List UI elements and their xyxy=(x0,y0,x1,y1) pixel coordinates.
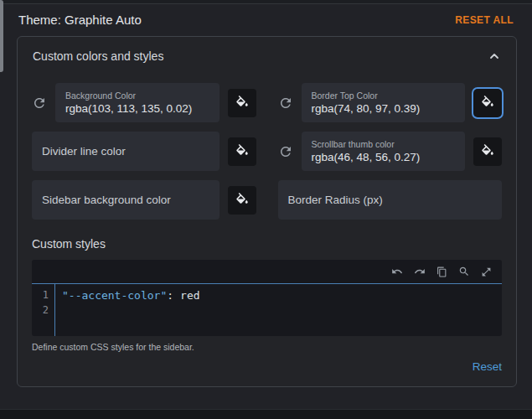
paint-bucket-icon xyxy=(480,144,495,159)
undo-button[interactable] xyxy=(391,266,403,277)
copy-button[interactable] xyxy=(436,266,447,277)
border-top-color-input[interactable]: Border Top Color rgba(74, 80, 97, 0.39) xyxy=(302,83,466,122)
field-group-divider-line-color: Divider line color xyxy=(32,132,256,171)
field-value: rgba(46, 48, 56, 0.27) xyxy=(312,150,456,164)
refresh-icon xyxy=(278,96,293,111)
field-label: Sidebar background color xyxy=(42,194,209,206)
divider-line-color-picker-button[interactable] xyxy=(228,137,256,166)
field-label: Border Radius (px) xyxy=(288,194,493,206)
refresh-scrollbar-thumb-color-button[interactable] xyxy=(278,144,293,159)
panel-body: Background Color rgba(103, 113, 135, 0.0… xyxy=(18,75,516,386)
chevron-up-icon xyxy=(488,49,501,63)
undo-icon xyxy=(391,266,403,277)
redo-button[interactable] xyxy=(414,266,426,277)
field-group-border-top-color: Border Top Color rgba(74, 80, 97, 0.39) xyxy=(278,83,503,122)
field-row: Divider line color Scrollbar thumb color… xyxy=(32,132,502,171)
field-value: rgba(74, 80, 97, 0.39) xyxy=(312,101,456,116)
code-token-value: red xyxy=(173,289,199,302)
line-number: 2 xyxy=(32,303,49,318)
field-label: Background Color xyxy=(65,90,209,101)
editor-toolbar xyxy=(32,260,502,283)
sidebar-background-color-input[interactable]: Sidebar background color xyxy=(32,180,220,220)
line-number-gutter: 1 2 xyxy=(32,284,54,336)
reset-all-button[interactable]: RESET ALL xyxy=(455,14,514,26)
paint-bucket-icon xyxy=(480,96,495,111)
field-group-background-color: Background Color rgba(103, 113, 135, 0.0… xyxy=(32,83,256,122)
field-group-sidebar-background-color: Sidebar background color xyxy=(32,180,256,220)
field-row: Sidebar background color Border Radius (… xyxy=(32,180,502,220)
code-line xyxy=(62,303,502,318)
refresh-border-top-color-button[interactable] xyxy=(278,96,293,111)
scrollbar-thumb-color-picker-button[interactable] xyxy=(473,137,502,166)
code-line: "--accent-color":red xyxy=(62,288,502,303)
search-button[interactable] xyxy=(458,266,470,277)
field-row: Background Color rgba(103, 113, 135, 0.0… xyxy=(32,83,502,122)
redo-icon xyxy=(414,266,426,277)
code-token-colon: : xyxy=(167,289,173,302)
border-top-color-picker-button[interactable] xyxy=(473,89,502,117)
paint-bucket-icon xyxy=(235,144,250,159)
code-area[interactable]: 1 2 "--accent-color":red xyxy=(32,284,502,336)
panel-title: Custom colors and styles xyxy=(33,49,163,63)
css-code-editor: 1 2 "--accent-color":red xyxy=(32,260,502,336)
custom-colors-panel: Custom colors and styles Background Colo… xyxy=(17,36,517,387)
expand-icon xyxy=(481,266,492,277)
search-icon xyxy=(458,266,470,277)
field-group-border-radius: Border Radius (px) xyxy=(278,180,503,220)
paint-bucket-icon xyxy=(235,193,250,208)
code-content[interactable]: "--accent-color":red xyxy=(54,284,502,336)
refresh-icon xyxy=(32,96,47,111)
scrollbar-thumb-color-input[interactable]: Scrollbar thumb color rgba(46, 48, 56, 0… xyxy=(302,132,466,171)
theme-header-row: Theme: Graphite Auto RESET ALL xyxy=(0,4,532,27)
next-section-edge xyxy=(0,409,532,419)
scrollbar-thumb[interactable] xyxy=(0,0,3,72)
copy-icon xyxy=(436,266,447,277)
background-color-picker-button[interactable] xyxy=(228,89,256,117)
refresh-icon xyxy=(278,144,293,159)
refresh-background-color-button[interactable] xyxy=(32,96,47,111)
fullscreen-button[interactable] xyxy=(481,266,492,277)
help-text: Define custom CSS styles for the sidebar… xyxy=(32,342,502,352)
field-group-scrollbar-thumb-color: Scrollbar thumb color rgba(46, 48, 56, 0… xyxy=(278,132,503,171)
paint-bucket-icon xyxy=(235,96,250,111)
divider-line-color-input[interactable]: Divider line color xyxy=(32,132,220,171)
reset-custom-styles-button[interactable]: Reset xyxy=(473,360,502,373)
panel-footer: Reset xyxy=(32,360,502,373)
code-token-string: "--accent-color" xyxy=(62,289,167,302)
custom-styles-heading: Custom styles xyxy=(32,237,502,251)
sidebar-background-color-picker-button[interactable] xyxy=(228,186,256,215)
border-radius-input[interactable]: Border Radius (px) xyxy=(278,180,503,220)
background-color-input[interactable]: Background Color rgba(103, 113, 135, 0.0… xyxy=(55,83,220,122)
field-value: rgba(103, 113, 135, 0.02) xyxy=(65,101,209,116)
field-label: Divider line color xyxy=(42,145,209,158)
theme-name-label: Theme: Graphite Auto xyxy=(18,13,142,27)
panel-collapse-header[interactable]: Custom colors and styles xyxy=(18,37,516,75)
line-number: 1 xyxy=(32,288,49,303)
field-label: Border Top Color xyxy=(312,90,456,101)
field-label: Scrollbar thumb color xyxy=(312,138,456,150)
